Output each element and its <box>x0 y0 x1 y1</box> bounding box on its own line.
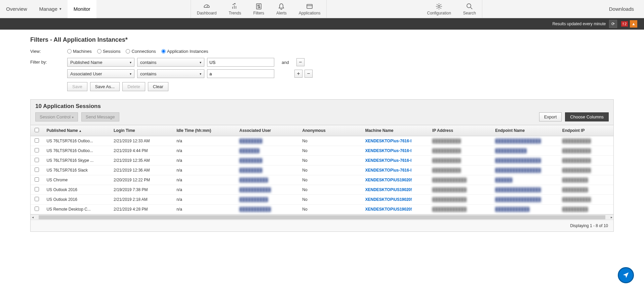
cell-ip-address: ████████████ <box>429 195 492 205</box>
tool-filters[interactable]: Filters <box>247 0 270 18</box>
tool-search[interactable]: Search <box>457 0 482 18</box>
col-ip-address[interactable]: IP Address <box>429 125 492 136</box>
view-row: View: Machines Sessions Connections Appl… <box>30 49 614 54</box>
cell-machine-name[interactable]: XENDESKTOP\US19020! <box>362 175 429 185</box>
cell-machine-name[interactable]: XENDESKTOP\US19020! <box>362 185 429 195</box>
row-checkbox-cell[interactable] <box>31 146 43 156</box>
cell-associated-user[interactable]: ██████████ <box>236 175 299 185</box>
cell-endpoint-name[interactable]: ████████████ <box>492 205 559 214</box>
table-row[interactable]: US Outlook 20162/21/2019 2:18 AMn/a█████… <box>31 195 613 205</box>
radio-connections[interactable]: Connections <box>126 49 156 54</box>
nav-manage[interactable]: Manage ▾ <box>33 0 68 18</box>
row-checkbox-cell[interactable] <box>31 195 43 205</box>
scroll-right-icon[interactable]: ▸ <box>609 215 613 219</box>
nav-monitor[interactable]: Monitor <box>68 0 96 18</box>
radio-app-instances[interactable]: Application Instances <box>161 49 208 54</box>
add-filter-button[interactable]: + <box>294 70 303 78</box>
row-checkbox[interactable] <box>35 207 39 211</box>
row-checkbox[interactable] <box>35 148 39 152</box>
table-row[interactable]: US 76LTSR7616 Slack2/21/2019 12:36 AMn/a… <box>31 166 613 175</box>
col-machine-name[interactable]: Machine Name <box>362 125 429 136</box>
critical-alert-badge[interactable]: ! 2 <box>621 21 628 27</box>
cell-associated-user[interactable]: ████████ <box>236 136 299 146</box>
remove-filter-button-0[interactable]: − <box>296 58 305 66</box>
col-associated-user[interactable]: Associated User <box>236 125 299 136</box>
cell-machine-name[interactable]: XENDESKTOP\us-7616-l <box>362 156 429 166</box>
scroll-track[interactable] <box>39 215 605 219</box>
row-checkbox-cell[interactable] <box>31 136 43 146</box>
horizontal-scrollbar[interactable]: ◂ ▸ <box>31 214 613 220</box>
export-button[interactable]: Export <box>539 112 562 121</box>
table-row[interactable]: US Chrome2/20/2019 12:22 PMn/a██████████… <box>31 175 613 185</box>
cell-machine-name[interactable]: XENDESKTOP\US19020! <box>362 205 429 214</box>
cell-endpoint-name[interactable]: ██████ <box>492 175 559 185</box>
col-published-name[interactable]: Published Name <box>43 125 110 136</box>
cell-endpoint-name[interactable]: ████████████████ <box>492 166 559 175</box>
tool-dashboard[interactable]: Dashboard <box>191 0 223 18</box>
table-row[interactable]: US 76LTSR7616 Skype ...2/21/2019 12:35 A… <box>31 156 613 166</box>
cell-associated-user[interactable]: ██████████ <box>236 195 299 205</box>
cell-associated-user[interactable]: ████████ <box>236 166 299 175</box>
table-row[interactable]: US Remote Desktop C...2/21/2019 4:28 PMn… <box>31 205 613 214</box>
col-endpoint-ip[interactable]: Endpoint IP <box>559 125 613 136</box>
cell-machine-name[interactable]: XENDESKTOP\us-7616-l <box>362 146 429 156</box>
col-anonymous[interactable]: Anonymous <box>299 125 362 136</box>
row-checkbox[interactable] <box>35 158 39 162</box>
cell-machine-name[interactable]: XENDESKTOP\us-7616-l <box>362 136 429 146</box>
select-all-checkbox[interactable] <box>35 128 39 132</box>
cell-endpoint-name[interactable]: ████████████████ <box>492 185 559 195</box>
nav-overview[interactable]: Overview <box>0 0 33 18</box>
select-all-header[interactable] <box>31 125 43 136</box>
tool-alerts[interactable]: Alerts <box>270 0 293 18</box>
row-checkbox-cell[interactable] <box>31 175 43 185</box>
cell-associated-user[interactable]: ████████ <box>236 156 299 166</box>
row-checkbox[interactable] <box>35 168 39 172</box>
choose-columns-button[interactable]: Choose Columns <box>565 112 609 121</box>
cell-endpoint-name[interactable]: ████████████████ <box>492 195 559 205</box>
filter-field-select-1[interactable]: Associated User▾ <box>67 69 134 78</box>
tool-configuration[interactable]: Configuration <box>421 0 457 18</box>
row-checkbox-cell[interactable] <box>31 185 43 195</box>
cell-endpoint-name[interactable]: ████████████████ <box>492 156 559 166</box>
cell-endpoint-name[interactable]: ████████████████ <box>492 136 559 146</box>
row-checkbox[interactable] <box>35 138 39 143</box>
refresh-button[interactable]: ⟳ <box>609 20 617 28</box>
tool-applications[interactable]: Applications <box>293 0 327 18</box>
filter-value-input-1[interactable] <box>207 69 274 78</box>
cell-associated-user[interactable]: ███████ <box>236 146 299 156</box>
table-row[interactable]: US Outlook 20162/19/2019 7:38 PMn/a█████… <box>31 185 613 195</box>
cell-ip-address: ██████████ <box>429 156 492 166</box>
row-checkbox-cell[interactable] <box>31 205 43 214</box>
filter-line-1: Associated User▾ contains▾ + − <box>67 69 313 78</box>
row-checkbox[interactable] <box>35 187 39 191</box>
filter-op-select-1[interactable]: contains▾ <box>137 69 204 78</box>
row-checkbox[interactable] <box>35 177 39 182</box>
col-login-time[interactable]: Login Time <box>110 125 173 136</box>
radio-sessions[interactable]: Sessions <box>97 49 121 54</box>
downloads-link[interactable]: Downloads <box>609 6 634 12</box>
remove-filter-button-1[interactable]: − <box>305 70 313 78</box>
cell-endpoint-name[interactable]: ███████████ <box>492 146 559 156</box>
col-endpoint-name[interactable]: Endpoint Name <box>492 125 559 136</box>
row-checkbox-cell[interactable] <box>31 156 43 166</box>
radio-sessions-label: Sessions <box>103 49 121 54</box>
filter-field-select-0[interactable]: Published Name▾ <box>67 58 134 67</box>
filter-op-select-0[interactable]: contains▾ <box>137 58 204 67</box>
tool-trends[interactable]: Trends <box>223 0 247 18</box>
save-as-button[interactable]: Save As... <box>90 82 120 91</box>
cell-associated-user[interactable]: ███████████ <box>236 185 299 195</box>
top-nav: Overview Manage ▾ Monitor Dashboard Tren… <box>0 0 644 18</box>
col-idle-time[interactable]: Idle Time (hh:mm) <box>173 125 236 136</box>
row-checkbox[interactable] <box>35 197 39 201</box>
cell-machine-name[interactable]: XENDESKTOP\US19020! <box>362 195 429 205</box>
clear-button[interactable]: Clear <box>148 82 168 91</box>
row-checkbox-cell[interactable] <box>31 166 43 175</box>
cell-associated-user[interactable]: ███████████ <box>236 205 299 214</box>
cell-machine-name[interactable]: XENDESKTOP\us-7616-l <box>362 166 429 175</box>
radio-machines[interactable]: Machines <box>67 49 92 54</box>
warning-alert-badge[interactable]: ▲ <box>630 20 637 28</box>
table-row[interactable]: US 76LTSR7616 Outloo...2/21/2019 4:44 PM… <box>31 146 613 156</box>
table-row[interactable]: US 76LTSR7616 Outloo...2/21/2019 12:33 A… <box>31 136 613 146</box>
scroll-left-icon[interactable]: ◂ <box>31 215 35 219</box>
filter-value-input-0[interactable] <box>207 58 274 67</box>
